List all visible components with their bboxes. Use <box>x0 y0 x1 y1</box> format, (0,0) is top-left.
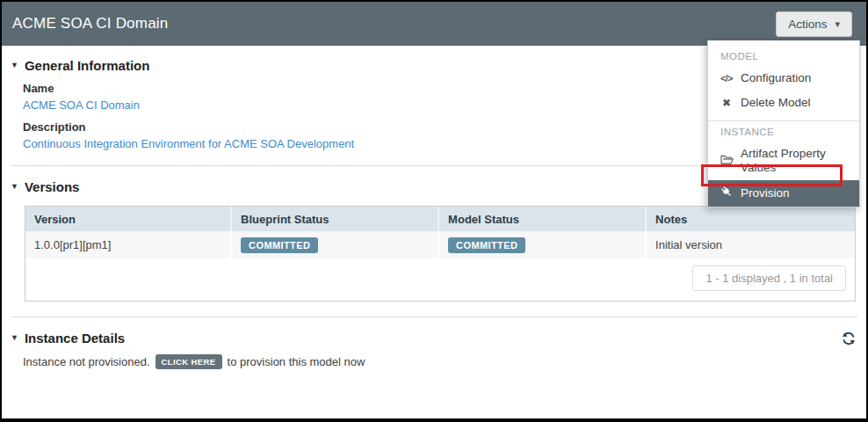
app-window: ACME SOA CI Domain Actions ▾ ▼ General I… <box>0 0 868 422</box>
name-link[interactable]: ACME SOA CI Domain <box>23 98 140 112</box>
code-icon: </> <box>719 71 734 85</box>
table-footer: 1 - 1 displayed , 1 in total <box>25 258 855 301</box>
blueprint-status-badge: COMMITTED <box>241 237 318 253</box>
menu-item-label: Configuration <box>741 71 811 85</box>
general-information-heading-label: General Information <box>25 58 150 73</box>
notes-cell: Initial version <box>646 231 855 258</box>
column-header-version[interactable]: Version <box>25 207 231 231</box>
plug-icon <box>719 186 734 201</box>
version-cell: 1.0.0[pr1][pm1] <box>25 231 231 258</box>
menu-item-provision[interactable]: Provision <box>708 180 859 207</box>
section-instance-details: ▼ Instance Details <box>11 331 857 369</box>
versions-heading-label: Versions <box>25 179 80 194</box>
menu-item-delete-model[interactable]: ✖ Delete Model <box>708 91 859 115</box>
actions-button[interactable]: Actions ▾ <box>776 11 852 37</box>
column-header-model-status[interactable]: Model Status <box>438 207 646 231</box>
versions-table-container: Version Blueprint Status Model Status No… <box>25 206 856 302</box>
menu-item-artifact-property-values[interactable]: Artifact Property Values <box>708 142 859 180</box>
folder-open-icon <box>719 154 734 169</box>
actions-button-label: Actions <box>788 18 827 31</box>
menu-item-label: Provision <box>741 186 790 200</box>
collapse-triangle-icon: ▼ <box>11 62 18 69</box>
caret-down-icon: ▾ <box>835 19 840 29</box>
menu-item-label: Delete Model <box>741 96 811 110</box>
blueprint-status-cell: COMMITTED <box>231 231 438 258</box>
instance-status-text-before: Instance not provisioned. <box>23 355 150 368</box>
column-header-blueprint-status[interactable]: Blueprint Status <box>231 207 438 231</box>
instance-details-heading-label: Instance Details <box>25 331 125 346</box>
menu-item-configuration[interactable]: </> Configuration <box>708 66 859 91</box>
menu-group-model: MODEL <box>708 46 859 66</box>
menu-item-label: Artifact Property Values <box>741 147 852 175</box>
instance-status-text-after: to provision this model now <box>228 355 365 368</box>
versions-table: Version Blueprint Status Model Status No… <box>25 207 855 258</box>
page-header: ACME SOA CI Domain Actions ▾ <box>2 2 866 46</box>
x-icon: ✖ <box>719 96 734 110</box>
description-link[interactable]: Continuous Integration Environment for A… <box>23 137 354 150</box>
divider <box>11 316 857 317</box>
model-status-cell: COMMITTED <box>438 231 646 258</box>
instance-status-line: Instance not provisioned. CLICK HERE to … <box>23 354 857 369</box>
pagination-status: 1 - 1 displayed , 1 in total <box>692 266 846 291</box>
refresh-icon[interactable] <box>842 331 856 346</box>
actions-dropdown-menu: MODEL </> Configuration ✖ Delete Model I… <box>707 40 860 207</box>
collapse-triangle-icon: ▼ <box>11 183 18 191</box>
table-row[interactable]: 1.0.0[pr1][pm1] COMMITTED COMMITTED Init… <box>25 231 855 258</box>
click-here-button[interactable]: CLICK HERE <box>156 354 222 369</box>
column-header-notes[interactable]: Notes <box>646 207 855 231</box>
page-title: ACME SOA CI Domain <box>12 15 168 33</box>
model-status-badge: COMMITTED <box>448 237 525 253</box>
table-header-row: Version Blueprint Status Model Status No… <box>25 207 855 231</box>
instance-details-heading[interactable]: ▼ Instance Details <box>11 331 125 346</box>
menu-group-instance: INSTANCE <box>708 121 859 142</box>
collapse-triangle-icon: ▼ <box>11 334 18 342</box>
